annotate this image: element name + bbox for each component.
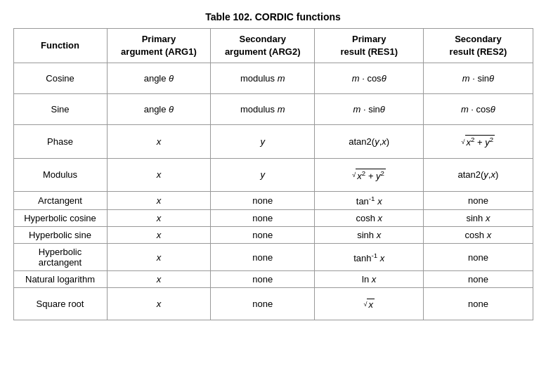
cell-primary_res: m · sinθ: [315, 94, 424, 125]
table-row: Phasexyatan2(y,x)√x2 + y2: [13, 125, 533, 158]
col-header-secondary-res: Secondaryresult (RES2): [424, 29, 533, 63]
cell-secondary_res: atan2(y,x): [424, 158, 533, 191]
cell-secondary_arg: modulus m: [211, 63, 315, 94]
table-row: Sineangle θmodulus mm · sinθm · cosθ: [13, 94, 533, 125]
cell-primary_arg: angle θ: [107, 94, 211, 125]
table-row: Cosineangle θmodulus mm · cosθm · sinθ: [13, 63, 533, 94]
cell-primary_arg: angle θ: [107, 63, 211, 94]
cell-function: Modulus: [13, 158, 107, 191]
cell-secondary_res: none: [424, 288, 533, 320]
cell-primary_arg: x: [107, 288, 211, 320]
table-row: Hyperbolic cosinexnonecosh xsinh x: [13, 210, 533, 227]
cell-secondary_arg: none: [211, 271, 315, 288]
cell-secondary_res: m · sinθ: [424, 63, 533, 94]
cell-primary_res: √x2 + y2: [315, 158, 424, 191]
cell-primary_res: tanh-1 x: [315, 244, 424, 271]
table-row: Hyperbolic sinexnonesinh xcosh x: [13, 227, 533, 244]
cell-secondary_res: √x2 + y2: [424, 125, 533, 158]
cell-primary_res: sinh x: [315, 227, 424, 244]
cell-secondary_arg: none: [211, 244, 315, 271]
cell-primary_res: m · cosθ: [315, 63, 424, 94]
cell-secondary_res: none: [424, 244, 533, 271]
cell-primary_res: ln x: [315, 271, 424, 288]
cell-primary_res: cosh x: [315, 210, 424, 227]
cell-secondary_res: none: [424, 192, 533, 210]
cell-function: Cosine: [13, 63, 107, 94]
cell-primary_arg: x: [107, 244, 211, 271]
cell-primary_res: tan-1 x: [315, 192, 424, 210]
cell-function: Natural logarithm: [13, 271, 107, 288]
col-header-primary-res: Primaryresult (RES1): [315, 29, 424, 63]
table-row: Hyperbolic arctangentxnonetanh-1 xnone: [13, 244, 533, 271]
cell-secondary_arg: y: [211, 158, 315, 191]
cell-secondary_res: m · cosθ: [424, 94, 533, 125]
cell-primary_res: √x: [315, 288, 424, 320]
cell-function: Phase: [13, 125, 107, 158]
cell-primary_arg: x: [107, 271, 211, 288]
cell-secondary_res: cosh x: [424, 227, 533, 244]
cell-primary_arg: x: [107, 227, 211, 244]
cell-secondary_res: none: [424, 271, 533, 288]
cell-primary_arg: x: [107, 192, 211, 210]
cell-function: Sine: [13, 94, 107, 125]
col-header-primary-arg: Primaryargument (ARG1): [107, 29, 211, 63]
cell-primary_res: atan2(y,x): [315, 125, 424, 158]
cell-primary_arg: x: [107, 158, 211, 191]
cell-secondary_arg: none: [211, 192, 315, 210]
cell-secondary_arg: y: [211, 125, 315, 158]
cell-secondary_res: sinh x: [424, 210, 533, 227]
sqrt-x2y2: √x2 + y2: [462, 135, 495, 148]
table-row: Modulusxy√x2 + y2atan2(y,x): [13, 158, 533, 191]
cell-secondary_arg: modulus m: [211, 94, 315, 125]
cell-secondary_arg: none: [211, 288, 315, 320]
col-header-secondary-arg: Secondaryargument (ARG2): [211, 29, 315, 63]
sqrt-x: √x: [363, 299, 375, 310]
cell-function: Hyperbolic cosine: [13, 210, 107, 227]
table-row: Square rootxnone√xnone: [13, 288, 533, 320]
cell-function: Square root: [13, 288, 107, 320]
cell-function: Hyperbolic sine: [13, 227, 107, 244]
cell-primary_arg: x: [107, 210, 211, 227]
cell-secondary_arg: none: [211, 210, 315, 227]
cell-secondary_arg: none: [211, 227, 315, 244]
table-row: Natural logarithmxnoneln xnone: [13, 271, 533, 288]
table-title: Table 102. CORDIC functions: [13, 11, 533, 22]
cell-function: Hyperbolic arctangent: [13, 244, 107, 271]
col-header-function: Function: [13, 29, 107, 63]
table-container: Table 102. CORDIC functions Function Pri…: [13, 11, 533, 320]
table-row: Arctangentxnonetan-1 xnone: [13, 192, 533, 210]
cell-function: Arctangent: [13, 192, 107, 210]
cell-primary_arg: x: [107, 125, 211, 158]
cordic-table: Function Primaryargument (ARG1) Secondar…: [13, 28, 533, 320]
sqrt-x2y2: √x2 + y2: [352, 169, 386, 181]
